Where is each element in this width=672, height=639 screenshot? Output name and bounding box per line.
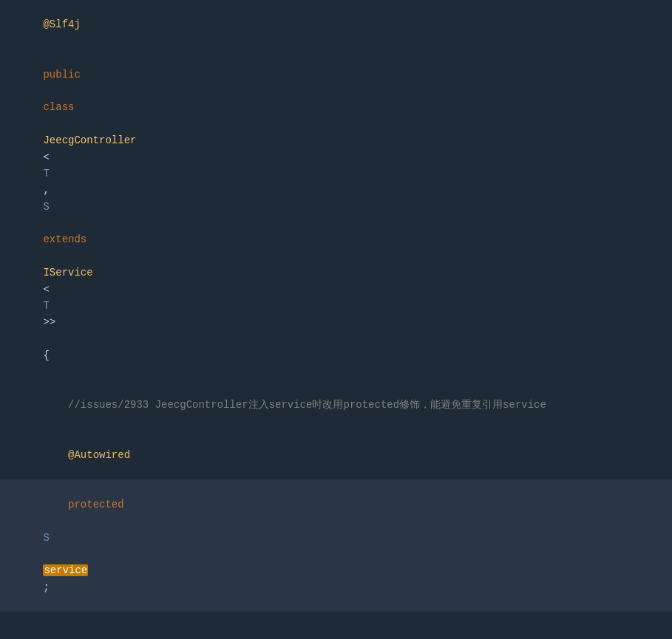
line-7: @Value("${jeecg.path.upload}") [0,628,672,639]
code-editor: @Slf4j public class JeecgController < T … [0,0,672,639]
line-4: @Autowired [0,430,672,479]
line-3: //issues/2933 JeecgController注入service时改… [0,380,672,430]
line-6 [0,612,672,628]
annotation-slf4j: @Slf4j [43,18,80,30]
line-2: public class JeecgController < T , S ext… [0,49,672,380]
line-5: protected S service ; [0,479,672,612]
line-1: @Slf4j [0,0,672,49]
